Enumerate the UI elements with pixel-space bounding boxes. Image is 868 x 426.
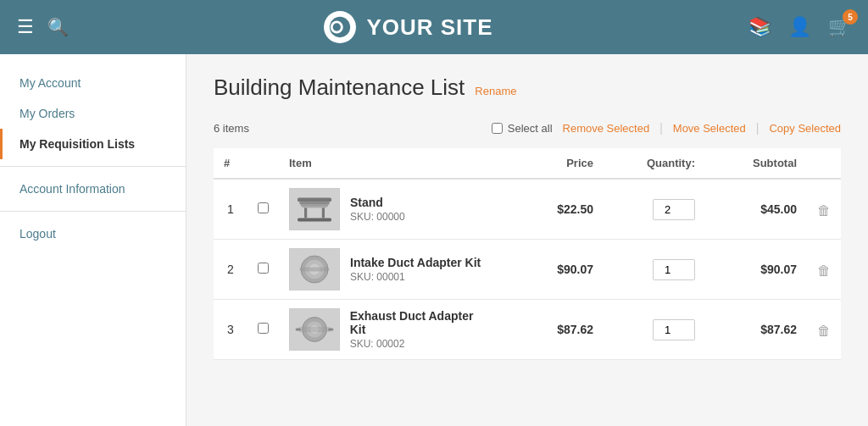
item-cell: Intake Duct Adapter Kit SKU: 00001 [289, 248, 492, 290]
item-info: Intake Duct Adapter Kit SKU: 00001 [350, 256, 481, 283]
row-checkbox[interactable] [258, 202, 269, 213]
svg-rect-6 [303, 207, 327, 208]
logo-icon [324, 11, 356, 43]
row-checkbox[interactable] [258, 323, 269, 334]
row-subtotal: $90.07 [705, 240, 807, 300]
site-name: YOUR SITE [366, 14, 492, 41]
svg-rect-8 [304, 207, 307, 218]
svg-rect-18 [295, 328, 300, 330]
svg-point-2 [333, 23, 341, 30]
item-name: Exhaust Duct Adapter Kit [350, 309, 492, 336]
svg-rect-3 [298, 197, 331, 202]
col-subtotal: Subtotal [705, 148, 807, 179]
page-title-row: Building Maintenance List Rename [214, 75, 841, 101]
requisition-table: # Item Price Quantity: Subtotal 1 [214, 148, 841, 360]
sidebar-item-my-account[interactable]: My Account [0, 68, 186, 98]
item-cell: Stand SKU: 00000 [289, 188, 492, 230]
svg-rect-4 [299, 202, 329, 204]
col-quantity: Quantity: [604, 148, 705, 179]
row-item-cell: Exhaust Duct Adapter Kit SKU: 00002 [279, 300, 502, 360]
item-cell: Exhaust Duct Adapter Kit SKU: 00002 [289, 308, 492, 351]
select-all-label[interactable]: Select all [492, 122, 553, 135]
cart-icon[interactable]: 🛒 5 [828, 16, 851, 38]
copy-selected-button[interactable]: Copy Selected [769, 122, 841, 135]
row-subtotal: $87.62 [705, 300, 807, 360]
col-price: Price [502, 148, 604, 179]
rename-link[interactable]: Rename [475, 85, 516, 97]
item-image [289, 188, 340, 230]
sidebar-divider-2 [0, 211, 186, 212]
row-price: $90.07 [502, 240, 604, 300]
row-subtotal: $45.00 [705, 179, 807, 240]
item-image [289, 248, 340, 290]
row-delete-cell: 🗑 [807, 240, 841, 300]
row-num: 3 [214, 300, 248, 360]
item-name: Stand [350, 196, 405, 209]
row-delete-cell: 🗑 [807, 300, 841, 360]
table-row: 2 Intake Duct Adapter Kit SKU: 00001 $9 [214, 240, 841, 300]
page-title: Building Maintenance List [214, 75, 465, 101]
qty-input[interactable] [653, 319, 695, 340]
item-sku: SKU: 00000 [350, 211, 405, 223]
sidebar-divider [0, 166, 186, 167]
col-checkbox-header [248, 148, 279, 179]
item-name: Intake Duct Adapter Kit [350, 256, 481, 269]
account-icon[interactable]: 👤 [788, 16, 811, 38]
qty-input[interactable] [653, 259, 695, 280]
items-count: 6 items [214, 122, 249, 135]
row-qty-cell [604, 240, 705, 300]
row-item-cell: Stand SKU: 00000 [279, 179, 502, 240]
row-checkbox-cell [248, 300, 279, 360]
search-icon[interactable]: 🔍 [47, 17, 69, 37]
sidebar-item-account-info[interactable]: Account Information [0, 174, 186, 204]
header-left: ☰ 🔍 [17, 16, 69, 38]
row-num: 1 [214, 179, 248, 240]
sidebar-item-my-orders[interactable]: My Orders [0, 98, 186, 129]
svg-rect-19 [328, 328, 333, 330]
row-price: $87.62 [502, 300, 604, 360]
hamburger-icon[interactable]: ☰ [17, 16, 34, 38]
row-price: $22.50 [502, 179, 604, 240]
row-qty-cell [604, 179, 705, 240]
item-image [289, 308, 340, 351]
sidebar-item-my-req-lists[interactable]: My Requisition Lists [0, 129, 186, 159]
sidebar-item-logout[interactable]: Logout [0, 219, 186, 249]
svg-rect-7 [298, 218, 331, 221]
toolbar-right: Select all Remove Selected | Move Select… [492, 121, 841, 135]
row-qty-cell [604, 300, 705, 360]
item-sku: SKU: 00001 [350, 271, 481, 283]
row-checkbox-cell [248, 179, 279, 240]
row-delete-cell: 🗑 [807, 179, 841, 240]
svg-rect-17 [298, 327, 331, 332]
row-checkbox-cell [248, 240, 279, 300]
svg-rect-13 [299, 268, 329, 272]
delete-icon[interactable]: 🗑 [817, 263, 831, 279]
delete-icon[interactable]: 🗑 [817, 324, 831, 339]
cart-badge: 5 [843, 9, 858, 25]
col-num: # [214, 148, 248, 179]
delete-icon[interactable]: 🗑 [817, 203, 831, 219]
svg-rect-5 [301, 204, 328, 206]
table-row: 3 Exhaust Duct Adapter Kit SKU: 00002 [214, 300, 841, 360]
qty-input[interactable] [653, 199, 695, 220]
col-item: Item [279, 148, 502, 179]
table-row: 1 Stand SKU: 00000 [214, 179, 841, 240]
move-selected-button[interactable]: Move Selected [673, 122, 746, 135]
toolbar-sep-1: | [659, 121, 663, 135]
toolbar: 6 items Select all Remove Selected | Mov… [214, 121, 841, 135]
header: ☰ 🔍 YOUR SITE 📚 👤 🛒 5 [0, 0, 868, 54]
row-checkbox[interactable] [258, 263, 269, 274]
remove-selected-button[interactable]: Remove Selected [563, 122, 650, 135]
row-num: 2 [214, 240, 248, 300]
header-right: 📚 👤 🛒 5 [748, 16, 851, 38]
catalog-icon[interactable]: 📚 [748, 16, 771, 38]
select-all-checkbox[interactable] [492, 123, 503, 134]
header-center: YOUR SITE [324, 11, 492, 43]
item-sku: SKU: 00002 [350, 338, 492, 350]
content-area: Building Maintenance List Rename 6 items… [186, 54, 868, 426]
item-info: Exhaust Duct Adapter Kit SKU: 00002 [350, 309, 492, 350]
main-layout: My Account My Orders My Requisition List… [0, 54, 868, 426]
col-actions-header [807, 148, 841, 179]
svg-rect-9 [322, 207, 325, 218]
row-item-cell: Intake Duct Adapter Kit SKU: 00001 [279, 240, 502, 300]
